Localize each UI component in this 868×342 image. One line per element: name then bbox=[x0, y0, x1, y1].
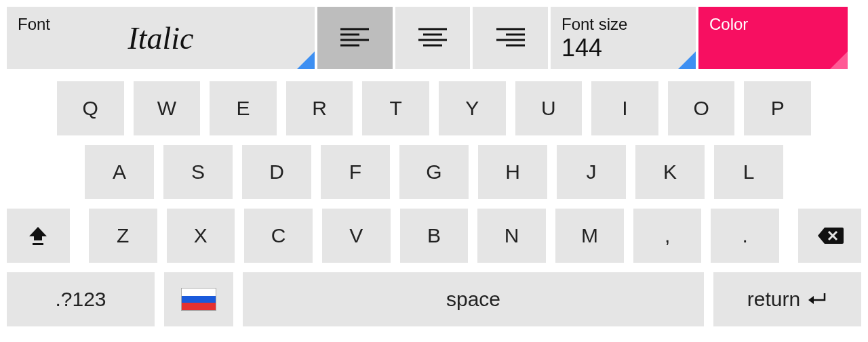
toolbar: Font Italic bbox=[0, 0, 868, 74]
align-center-icon bbox=[418, 28, 447, 48]
key-u[interactable]: U bbox=[515, 81, 583, 135]
shift-icon bbox=[28, 226, 48, 246]
key-label: A bbox=[113, 161, 126, 184]
key-label: D bbox=[269, 161, 284, 184]
svg-marker-12 bbox=[29, 227, 47, 240]
key-label: space bbox=[446, 288, 500, 311]
key-label: R bbox=[312, 97, 327, 120]
key-label: . bbox=[743, 224, 748, 247]
key-comma[interactable]: , bbox=[633, 209, 702, 263]
key-label: Q bbox=[83, 97, 98, 120]
svg-marker-16 bbox=[808, 296, 814, 304]
dropdown-indicator-icon bbox=[678, 51, 696, 69]
return-key[interactable]: return bbox=[713, 272, 861, 326]
key-k[interactable]: K bbox=[635, 145, 705, 199]
key-z[interactable]: Z bbox=[89, 209, 157, 263]
key-l[interactable]: L bbox=[714, 145, 783, 199]
alignment-group bbox=[317, 7, 548, 74]
key-label: C bbox=[271, 224, 286, 247]
virtual-keyboard: Q W E R T Y U I O P A S D F G H J K L bbox=[0, 74, 868, 326]
key-label: M bbox=[581, 224, 598, 247]
key-label: K bbox=[663, 161, 677, 184]
key-j[interactable]: J bbox=[557, 145, 626, 199]
key-t[interactable]: T bbox=[362, 81, 429, 135]
key-label: X bbox=[194, 224, 208, 247]
key-label: S bbox=[191, 161, 205, 184]
keyboard-row-2: A S D F G H J K L bbox=[7, 145, 861, 199]
key-label: B bbox=[427, 224, 441, 247]
shift-key[interactable] bbox=[7, 209, 70, 263]
key-a[interactable]: A bbox=[85, 145, 154, 199]
fontsize-label: Font size bbox=[561, 15, 627, 34]
key-c[interactable]: C bbox=[244, 209, 313, 263]
fontsize-selector[interactable]: Font size 144 bbox=[551, 7, 696, 69]
key-label: return bbox=[747, 288, 800, 311]
key-r[interactable]: R bbox=[286, 81, 353, 135]
key-label: .?123 bbox=[55, 288, 106, 311]
keyboard-row-4: .?123 space return bbox=[7, 272, 861, 326]
key-v[interactable]: V bbox=[322, 209, 391, 263]
key-s[interactable]: S bbox=[163, 145, 233, 199]
key-label: T bbox=[390, 97, 402, 120]
key-h[interactable]: H bbox=[478, 145, 547, 199]
key-label: N bbox=[505, 224, 519, 247]
align-right-button[interactable] bbox=[473, 7, 548, 69]
key-label: H bbox=[505, 161, 520, 184]
backspace-key[interactable] bbox=[798, 209, 861, 263]
return-icon bbox=[807, 292, 827, 307]
svg-rect-13 bbox=[33, 243, 43, 245]
key-q[interactable]: Q bbox=[57, 81, 124, 135]
space-key[interactable]: space bbox=[243, 272, 704, 326]
font-value: Italic bbox=[127, 20, 193, 56]
symbols-key[interactable]: .?123 bbox=[7, 272, 155, 326]
key-i[interactable]: I bbox=[591, 81, 658, 135]
color-selector[interactable]: Color bbox=[698, 7, 848, 69]
key-y[interactable]: Y bbox=[439, 81, 506, 135]
font-selector[interactable]: Font Italic bbox=[7, 7, 315, 69]
key-label: O bbox=[693, 97, 709, 120]
language-key[interactable] bbox=[164, 272, 233, 326]
key-p[interactable]: P bbox=[744, 81, 811, 135]
key-period[interactable]: . bbox=[711, 209, 779, 263]
key-label: G bbox=[426, 161, 441, 184]
align-left-icon bbox=[340, 28, 369, 48]
key-label: W bbox=[157, 97, 176, 120]
key-m[interactable]: M bbox=[555, 209, 624, 263]
key-label: Y bbox=[465, 97, 479, 120]
key-label: P bbox=[771, 97, 785, 120]
key-o[interactable]: O bbox=[668, 81, 735, 135]
key-label: Z bbox=[117, 224, 129, 247]
key-label: U bbox=[541, 97, 556, 120]
key-label: J bbox=[587, 161, 597, 184]
backspace-icon bbox=[816, 226, 844, 245]
key-x[interactable]: X bbox=[167, 209, 235, 263]
key-label: , bbox=[665, 224, 670, 247]
key-label: L bbox=[743, 161, 755, 184]
key-n[interactable]: N bbox=[477, 209, 546, 263]
font-label: Font bbox=[18, 15, 50, 34]
key-w[interactable]: W bbox=[134, 81, 201, 135]
dropdown-indicator-icon bbox=[830, 51, 848, 69]
key-label: V bbox=[349, 224, 363, 247]
flag-russia-icon bbox=[181, 288, 216, 311]
keyboard-row-1: Q W E R T Y U I O P bbox=[7, 81, 861, 135]
align-center-button[interactable] bbox=[395, 7, 471, 69]
align-left-button[interactable] bbox=[317, 7, 393, 69]
align-right-icon bbox=[496, 28, 525, 48]
key-f[interactable]: F bbox=[321, 145, 390, 199]
key-g[interactable]: G bbox=[399, 145, 469, 199]
key-label: E bbox=[236, 97, 250, 120]
key-b[interactable]: B bbox=[400, 209, 469, 263]
key-d[interactable]: D bbox=[242, 145, 311, 199]
fontsize-value: 144 bbox=[561, 34, 602, 62]
dropdown-indicator-icon bbox=[297, 51, 315, 69]
keyboard-row-3: Z X C V B N M , . bbox=[7, 209, 861, 263]
color-label: Color bbox=[709, 15, 748, 34]
key-e[interactable]: E bbox=[210, 81, 277, 135]
key-label: I bbox=[622, 97, 627, 120]
key-label: F bbox=[349, 161, 361, 184]
